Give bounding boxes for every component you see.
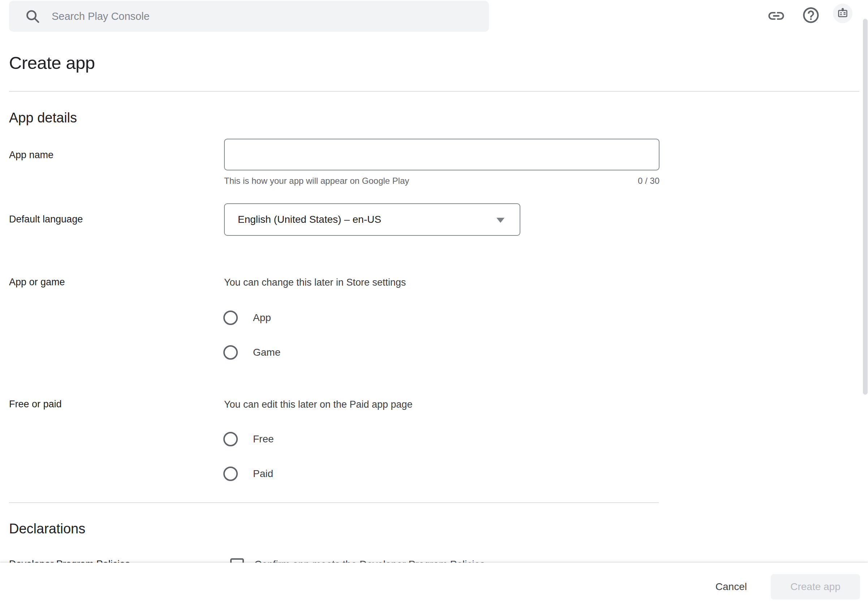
account-badge-button[interactable]	[833, 4, 852, 23]
copy-link-button[interactable]	[766, 6, 786, 26]
help-button[interactable]	[801, 5, 821, 25]
title-divider	[9, 91, 859, 92]
radio-app[interactable]	[223, 311, 238, 325]
radio-free-label: Free	[253, 433, 274, 445]
free-or-paid-helper: You can edit this later on the Paid app …	[224, 399, 412, 410]
default-language-value: English (United States) – en-US	[238, 214, 381, 225]
radio-app-label: App	[253, 312, 271, 323]
help-icon	[801, 6, 820, 25]
account-badge-icon	[837, 7, 849, 20]
radio-game[interactable]	[223, 345, 238, 360]
radio-option-paid[interactable]: Paid	[223, 467, 273, 481]
app-name-counter: 0 / 30	[586, 176, 659, 186]
declarations-divider	[9, 502, 659, 503]
search-input[interactable]	[51, 10, 480, 23]
radio-option-app[interactable]: App	[223, 311, 271, 325]
section-heading-declarations: Declarations	[9, 521, 85, 537]
app-name-input[interactable]	[224, 139, 659, 170]
section-heading-app-details: App details	[9, 110, 77, 126]
radio-paid[interactable]	[223, 467, 238, 481]
default-language-select[interactable]: English (United States) – en-US	[224, 203, 520, 236]
radio-paid-label: Paid	[253, 468, 273, 480]
search-icon	[24, 8, 41, 25]
app-name-helper: This is how your app will appear on Goog…	[224, 176, 409, 186]
link-icon	[767, 6, 786, 25]
default-language-label: Default language	[9, 214, 83, 225]
page-title: Create app	[9, 53, 95, 73]
create-app-button[interactable]: Create app	[771, 574, 860, 599]
create-app-page: Create app App details App name This is …	[0, 0, 868, 611]
app-name-label: App name	[9, 150, 53, 161]
radio-option-free[interactable]: Free	[223, 432, 274, 446]
dropdown-arrow-icon	[496, 218, 504, 223]
vertical-scrollbar-thumb[interactable]	[863, 19, 868, 395]
radio-game-label: Game	[253, 346, 281, 358]
cancel-button[interactable]: Cancel	[708, 577, 754, 597]
footer-action-bar: Cancel Create app	[0, 563, 868, 611]
free-or-paid-label: Free or paid	[9, 399, 62, 410]
app-or-game-label: App or game	[9, 277, 65, 288]
app-or-game-helper: You can change this later in Store setti…	[224, 277, 406, 288]
search-bar[interactable]	[9, 1, 489, 32]
radio-free[interactable]	[223, 432, 238, 446]
radio-option-game[interactable]: Game	[223, 345, 281, 360]
